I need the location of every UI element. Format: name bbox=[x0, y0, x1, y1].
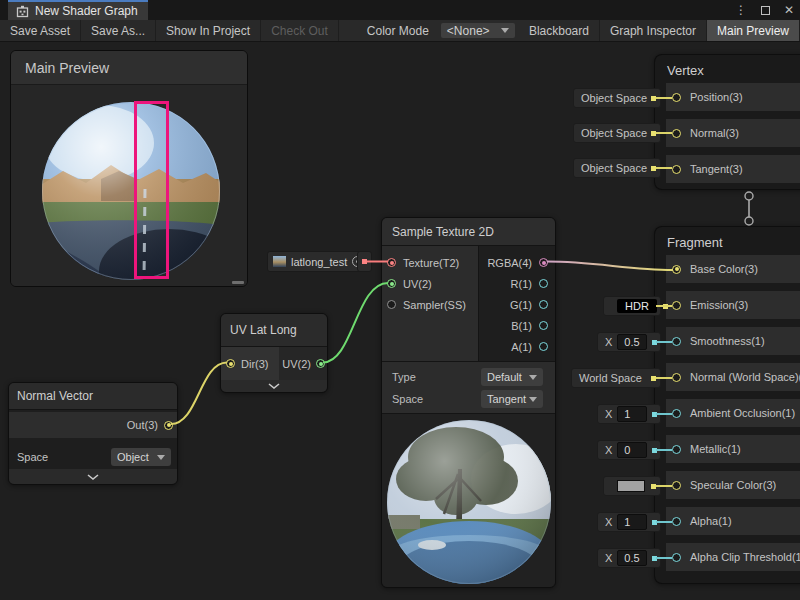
menu-dots-icon[interactable]: ⋮ bbox=[734, 3, 748, 17]
texture-asset-port-box[interactable] bbox=[357, 251, 372, 272]
metallic-value-chip[interactable]: X0 bbox=[597, 440, 661, 460]
port-normal-ws[interactable] bbox=[672, 373, 681, 382]
port-row-alpha[interactable]: Alpha(1) bbox=[666, 507, 800, 535]
output-b[interactable]: B(1) bbox=[479, 315, 555, 336]
alpha-value-chip[interactable]: X1 bbox=[597, 512, 661, 532]
port-normal[interactable] bbox=[672, 129, 681, 138]
output-uv[interactable]: UV(2) bbox=[279, 347, 327, 380]
port-row-smoothness[interactable]: Smoothness(1) bbox=[666, 327, 800, 355]
port-out-output[interactable] bbox=[164, 421, 173, 430]
port-row-normal[interactable]: Normal(3) bbox=[666, 119, 800, 147]
port-uv-output[interactable] bbox=[316, 359, 325, 368]
chevron-down-icon bbox=[268, 383, 280, 389]
output-rgba[interactable]: RGBA(4) bbox=[479, 252, 555, 273]
shader-graph-asset-icon bbox=[16, 5, 29, 18]
graph-inspector-button[interactable]: Graph Inspector bbox=[600, 20, 707, 41]
close-icon[interactable]: ✕ bbox=[782, 3, 796, 17]
main-preview-title[interactable]: Main Preview bbox=[11, 51, 247, 85]
uv-lat-long-node[interactable]: UV Lat Long Dir(3) UV(2) bbox=[220, 313, 328, 393]
main-preview-panel[interactable]: Main Preview bbox=[10, 50, 248, 287]
port-metallic[interactable] bbox=[672, 445, 681, 454]
color-mode-dropdown[interactable]: <None> bbox=[441, 23, 515, 38]
main-preview-viewport[interactable] bbox=[11, 85, 247, 287]
space-dropdown[interactable]: Tangent bbox=[481, 390, 543, 408]
port-row-specular-color[interactable]: Specular Color(3) bbox=[666, 471, 800, 499]
normal-space-chip-fragment[interactable]: World Space bbox=[571, 368, 661, 388]
port-alpha-clip[interactable] bbox=[672, 553, 681, 562]
maximize-icon[interactable] bbox=[761, 6, 770, 15]
tangent-space-chip[interactable]: Object Space bbox=[573, 158, 661, 178]
color-swatch[interactable] bbox=[617, 480, 645, 492]
port-row-tangent[interactable]: Tangent(3) bbox=[666, 155, 800, 183]
normal-vector-node[interactable]: Normal Vector Out(3) Space Object bbox=[8, 382, 178, 485]
color-mode-label: Color Mode bbox=[339, 20, 437, 41]
alpha-value-field[interactable]: 1 bbox=[617, 514, 647, 530]
port-dir-input[interactable] bbox=[226, 359, 235, 368]
port-row-position[interactable]: Position(3) bbox=[666, 83, 800, 111]
port-row-ambient-occlusion[interactable]: Ambient Occlusion(1) bbox=[666, 399, 800, 427]
ao-value-field[interactable]: 1 bbox=[617, 406, 647, 422]
port-ambient-occlusion[interactable] bbox=[672, 409, 681, 418]
chevron-down-icon bbox=[157, 455, 165, 460]
sample-texture-2d-node[interactable]: Sample Texture 2D Texture(T2) UV(2) Samp… bbox=[381, 217, 556, 588]
output-r[interactable]: R(1) bbox=[479, 273, 555, 294]
chip-port bbox=[362, 259, 367, 264]
metallic-value-field[interactable]: 0 bbox=[617, 442, 647, 458]
vertex-node[interactable]: Vertex Position(3) Normal(3) Tangent(3) bbox=[654, 54, 800, 190]
alpha-clip-value-chip[interactable]: X0.5 bbox=[597, 548, 661, 568]
alpha-clip-value-field[interactable]: 0.5 bbox=[617, 550, 647, 566]
save-as-button[interactable]: Save As... bbox=[81, 20, 156, 41]
port-row-normal-ws[interactable]: Normal (World Space)(3) bbox=[666, 363, 800, 391]
input-texture[interactable]: Texture(T2) bbox=[382, 252, 478, 273]
main-preview-button[interactable]: Main Preview bbox=[707, 20, 800, 41]
input-sampler[interactable]: Sampler(SS) bbox=[382, 294, 478, 315]
space-dropdown[interactable]: Object bbox=[111, 448, 171, 466]
output-a[interactable]: A(1) bbox=[479, 336, 555, 357]
port-specular-color[interactable] bbox=[672, 481, 681, 490]
normal-space-chip[interactable]: Object Space bbox=[573, 123, 661, 143]
chevron-down-icon bbox=[529, 397, 537, 402]
node-preview bbox=[382, 413, 555, 588]
port-emission[interactable] bbox=[672, 301, 681, 310]
specular-color-chip[interactable] bbox=[603, 476, 661, 496]
port-row-base-color[interactable]: Base Color(3) bbox=[666, 255, 800, 283]
port-tangent[interactable] bbox=[672, 165, 681, 174]
port-base-color[interactable] bbox=[672, 265, 681, 274]
smoothness-value-field[interactable]: 0.5 bbox=[617, 334, 647, 350]
port-smoothness[interactable] bbox=[672, 337, 681, 346]
smoothness-value-chip[interactable]: X0.5 bbox=[597, 332, 661, 352]
panel-resize-handle[interactable] bbox=[232, 281, 244, 284]
port-position[interactable] bbox=[672, 93, 681, 102]
port-sampler-input[interactable] bbox=[387, 300, 396, 309]
port-rgba-output[interactable] bbox=[539, 258, 548, 267]
texture-asset-chip[interactable]: latlong_test bbox=[267, 251, 369, 272]
position-space-chip[interactable]: Object Space bbox=[573, 88, 661, 108]
port-uv-input[interactable] bbox=[387, 279, 396, 288]
chip-port bbox=[651, 166, 656, 171]
port-b-output[interactable] bbox=[539, 321, 548, 330]
type-dropdown[interactable]: Default bbox=[481, 368, 543, 386]
port-row-metallic[interactable]: Metallic(1) bbox=[666, 435, 800, 463]
tab-new-shader-graph[interactable]: New Shader Graph bbox=[8, 0, 148, 20]
save-asset-button[interactable]: Save Asset bbox=[0, 20, 81, 41]
chip-port bbox=[652, 520, 657, 525]
preview-expander[interactable] bbox=[9, 469, 177, 484]
port-r-output[interactable] bbox=[539, 279, 548, 288]
port-row-alpha-clip[interactable]: Alpha Clip Threshold(1) bbox=[666, 543, 800, 571]
preview-expander[interactable] bbox=[221, 380, 327, 392]
ao-value-chip[interactable]: X1 bbox=[597, 404, 661, 424]
port-texture-input[interactable] bbox=[387, 258, 396, 267]
input-dir[interactable]: Dir(3) bbox=[221, 347, 279, 380]
port-alpha[interactable] bbox=[672, 517, 681, 526]
output-g[interactable]: G(1) bbox=[479, 294, 555, 315]
show-in-project-button[interactable]: Show In Project bbox=[156, 20, 261, 41]
port-row-emission[interactable]: Emission(3) bbox=[666, 291, 800, 319]
emission-hdr-chip[interactable]: HDR bbox=[603, 296, 661, 316]
port-g-output[interactable] bbox=[539, 300, 548, 309]
output-out[interactable]: Out(3) bbox=[9, 412, 177, 438]
fragment-node[interactable]: Fragment Base Color(3) Emission(3) Smoot… bbox=[654, 226, 800, 584]
port-a-output[interactable] bbox=[539, 342, 548, 351]
input-uv[interactable]: UV(2) bbox=[382, 273, 478, 294]
node-controls: Type Default Space Tangent bbox=[382, 361, 555, 413]
blackboard-button[interactable]: Blackboard bbox=[519, 20, 600, 41]
